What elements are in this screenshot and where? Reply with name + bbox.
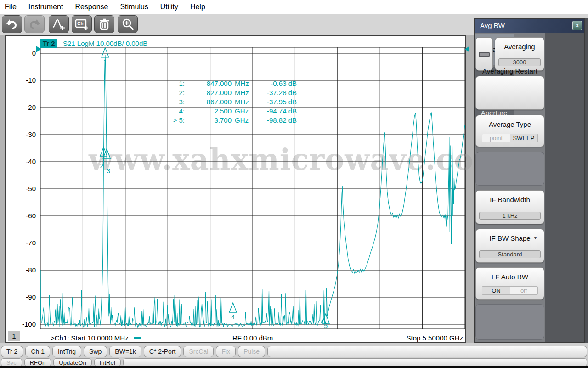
panel-title-text: Avg BW <box>480 22 505 29</box>
menu-utility[interactable]: Utility <box>160 3 178 11</box>
menu-help[interactable]: Help <box>190 3 205 11</box>
status-button-rfon[interactable]: RFOn <box>24 358 51 367</box>
y-tick--40: -40 <box>17 158 36 165</box>
zoom-icon <box>121 18 134 31</box>
mr-f: 3.700 <box>185 116 232 125</box>
marker-readout-row-4: 4:2.500GHz-94.74 dB <box>162 107 297 116</box>
status-button-c-2-port[interactable]: C* 2-Port <box>144 346 181 357</box>
mr-u: GHz <box>232 116 253 125</box>
status-button-fix: Fix <box>216 346 236 357</box>
status-button-svc: Svc <box>1 358 22 367</box>
trace-format-label: S21 LogM 10.00dB/ 0.00dB <box>63 40 147 47</box>
status-button-bw-1k[interactable]: BW=1k <box>109 346 141 357</box>
delete-button[interactable] <box>94 15 114 33</box>
ref-level-indicator-left <box>36 46 41 52</box>
status-button-intref[interactable]: IntRef <box>94 358 121 367</box>
mr-u: MHz <box>232 88 253 97</box>
averaging-restart-button[interactable]: Averaging Restart Averaging Restart <box>475 76 544 110</box>
y-tick--20: -20 <box>17 103 36 111</box>
menu-stimulus[interactable]: Stimulus <box>120 3 148 11</box>
status-bar: Tr 2Ch 1IntTrigSwpBW=1kC* 2-PortSrcCalFi… <box>0 343 588 368</box>
mr-v: -37.28 dB <box>253 88 297 97</box>
average-type-toggle[interactable]: point SWEEP <box>482 134 538 142</box>
lf-auto-bw-toggle[interactable]: ON off <box>482 286 538 295</box>
status-button-inttrig[interactable]: IntTrig <box>52 346 81 357</box>
lf-auto-bw-on[interactable]: ON <box>482 287 510 294</box>
add-trace-icon <box>52 18 66 31</box>
blank-button-2 <box>475 304 544 340</box>
status-button-updateon[interactable]: UpdateOn <box>53 358 91 367</box>
marker-readout-row-3: 3:867.000MHz-37.95 dB <box>162 97 297 107</box>
menu-response[interactable]: Response <box>75 3 108 11</box>
add-trace-button[interactable] <box>49 15 69 33</box>
average-type-sweep[interactable]: SWEEP <box>510 134 537 142</box>
marker-readout-row-2: 2:827.000MHz-37.28 dB <box>162 88 297 97</box>
ref-level-indicator-right <box>465 46 469 52</box>
delete-icon <box>98 18 110 31</box>
menu-file[interactable]: File <box>5 3 17 11</box>
averaging-toggle-button[interactable] <box>475 37 493 71</box>
average-type-label: Average Type <box>476 120 544 128</box>
marker-readout: 1:847.000MHz-0.63 dB2:827.000MHz-37.28 d… <box>162 79 297 125</box>
mr-f: 847.000 <box>185 79 232 88</box>
y-tick--10: -10 <box>17 76 36 84</box>
status-button-pulse: Pulse <box>238 346 265 357</box>
menu-instrument[interactable]: Instrument <box>28 3 63 11</box>
mr-u: MHz <box>232 97 253 107</box>
redo-button <box>24 15 45 33</box>
if-bandwidth-value: 1 kHz <box>479 212 541 220</box>
trace-color-dash <box>134 337 141 339</box>
status-button-swp[interactable]: Swp <box>84 346 107 357</box>
status-button-empty <box>123 358 587 367</box>
trace-badge[interactable]: Tr 2 <box>40 39 57 48</box>
panel-edge <box>585 18 588 343</box>
svg-text:Ch: Ch <box>77 21 83 26</box>
avg-bw-panel: Avg BW x Main Smoothing Delay Aperture A… <box>474 18 585 343</box>
status-button-empty <box>267 346 587 357</box>
channel-number-badge: 1 <box>8 331 20 341</box>
add-channel-button[interactable]: Ch <box>72 15 92 33</box>
mr-f: 827.000 <box>185 88 232 97</box>
mr-l: 2: <box>162 88 185 97</box>
if-bw-shape-value: Standard <box>479 250 541 258</box>
mr-l: 4: <box>162 107 185 116</box>
mr-v: -94.74 dB <box>253 107 297 116</box>
mr-l: 3: <box>162 97 185 107</box>
status-button-tr-2[interactable]: Tr 2 <box>1 346 23 357</box>
averaging-button[interactable]: Averaging 3000 <box>495 37 544 71</box>
mr-l: 1: <box>162 79 185 88</box>
status-button-ch-1[interactable]: Ch 1 <box>25 346 50 357</box>
average-type-point[interactable]: point <box>482 134 510 142</box>
add-channel-icon: Ch <box>75 18 89 31</box>
stop-frequency-label: Stop 5.50000 GHz <box>376 334 463 342</box>
close-icon[interactable]: x <box>572 21 582 30</box>
lf-auto-bw-button[interactable]: LF Auto BW ON off <box>475 267 544 300</box>
lf-auto-bw-off[interactable]: off <box>510 287 537 294</box>
rf-power-label: RF 0.00 dBm <box>232 334 273 342</box>
bottom-divider <box>0 366 588 368</box>
mr-l: > 5: <box>162 116 185 125</box>
if-bandwidth-button[interactable]: IF Bandwidth 1 kHz <box>475 190 544 224</box>
if-bandwidth-label: IF Bandwidth <box>476 196 544 204</box>
averaging-led-icon <box>479 52 490 57</box>
averaging-label: Averaging <box>495 43 544 51</box>
marker-readout-row-1: 1:847.000MHz-0.63 dB <box>162 79 297 88</box>
menu-bar: File Instrument Response Stimulus Utilit… <box>0 0 588 14</box>
redo-icon <box>28 18 41 30</box>
zoom-button[interactable] <box>118 15 138 33</box>
lf-auto-bw-label: LF Auto BW <box>476 273 544 281</box>
y-tick--90: -90 <box>17 293 36 301</box>
undo-button[interactable] <box>2 15 22 33</box>
y-tick--70: -70 <box>17 239 36 247</box>
y-tick-0: 0 <box>17 49 36 57</box>
if-bw-shape-button[interactable]: IF BW Shape ▼ Standard <box>475 229 544 263</box>
averaging-value: 3000 <box>498 58 541 66</box>
averaging-restart-text: Averaging Restart <box>476 67 544 75</box>
panel-title: Avg BW x <box>475 19 584 33</box>
marker-readout-row-5: > 5:3.700GHz-98.82 dB <box>162 116 297 125</box>
mr-v: -0.63 dB <box>253 79 297 88</box>
average-type-button[interactable]: Average Type point SWEEP <box>475 115 544 147</box>
mr-v: -37.95 dB <box>253 97 297 107</box>
panel-tab-column <box>545 33 584 342</box>
mr-v: -98.82 dB <box>253 116 297 125</box>
